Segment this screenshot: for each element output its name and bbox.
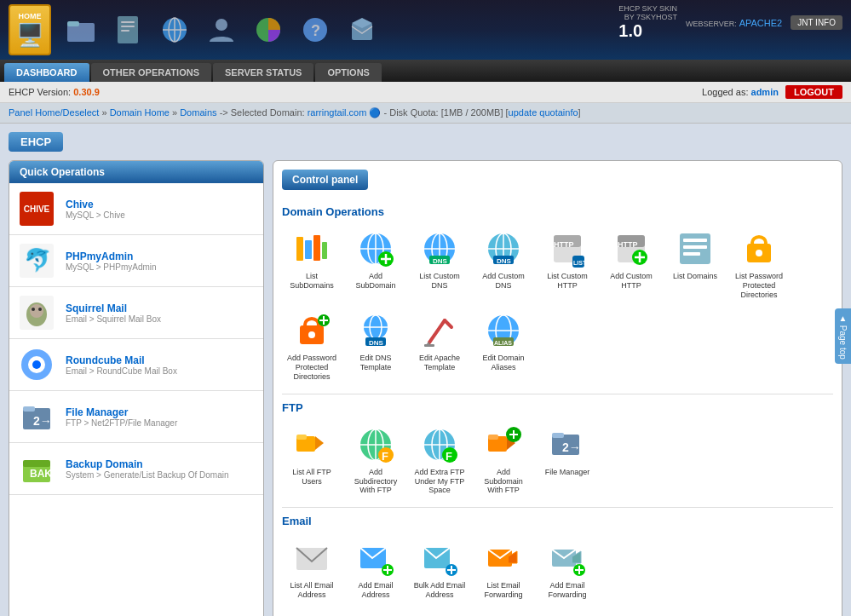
list-domains-label: List Domains	[673, 272, 717, 281]
phpmyadmin-title: PHPmyAdmin	[66, 250, 157, 262]
skin-info: EHCP SKY SKINBY 7SKYHOST 1.0	[618, 4, 677, 41]
jnt-info-button[interactable]: JNT INFO	[791, 15, 842, 30]
svg-point-75	[308, 331, 315, 338]
list-ftp-users-label: List All FTP Users	[285, 468, 338, 486]
backup-icon: BAK	[18, 450, 55, 487]
email-grid: List All Email Address Add Email Address…	[282, 534, 833, 603]
breadcrumb-domain-home[interactable]: Domain Home	[110, 107, 170, 118]
svg-rect-67	[683, 239, 707, 242]
disk-quota: Disk Quota: [1MB / 200MB]	[389, 107, 503, 118]
quick-item-phpmyadmin[interactable]: 🐬 PHPmyAdmin MySQL > PHPmyAdmin	[9, 235, 263, 287]
user-info: Logged as: admin LOGOUT	[702, 85, 842, 99]
svg-rect-3	[121, 21, 135, 23]
add-email-item[interactable]: Add Email Address	[346, 534, 405, 603]
add-subdir-ftp-item[interactable]: F Add Subdirectory With FTP	[346, 421, 405, 498]
svg-text:DNS: DNS	[369, 339, 384, 347]
list-email-forwarding-item[interactable]: List Email Forwarding	[474, 534, 533, 603]
edit-domain-aliases-icon: ALIAS	[483, 310, 524, 351]
selected-domain-label: Selected Domain:	[231, 107, 305, 118]
nav-icon-globe[interactable]	[153, 7, 196, 54]
list-password-dirs-label: List Password Protected Directories	[733, 272, 785, 299]
list-custom-http-label: List Custom HTTP	[541, 272, 594, 291]
phpmyadmin-text: PHPmyAdmin MySQL > PHPmyAdmin	[66, 250, 157, 272]
list-subdomains-item[interactable]: List SubDomains	[282, 225, 342, 302]
quick-item-chive[interactable]: CHIVE Chive MySQL > Chive	[9, 183, 263, 235]
top-right-info: EHCP SKY SKINBY 7SKYHOST 1.0 WEBSERVER: …	[618, 4, 842, 41]
quick-item-backup[interactable]: BAK Backup Domain System > Generate/List…	[9, 443, 263, 495]
list-domains-icon	[675, 228, 716, 269]
tab-server-status[interactable]: SERVER STATUS	[213, 63, 313, 82]
list-domains-item[interactable]: List Domains	[665, 225, 725, 302]
chive-icon: CHIVE	[18, 190, 55, 227]
list-subdomains-icon	[291, 228, 332, 269]
edit-apache-template-icon	[419, 310, 460, 351]
svg-point-24	[32, 360, 41, 369]
add-custom-dns-item[interactable]: DNS Add Custom DNS	[474, 225, 533, 302]
tab-dashboard[interactable]: DASHBOARD	[4, 63, 89, 82]
roundcube-text: Roundcube Mail Email > RoundCube Mail Bo…	[66, 354, 177, 376]
nav-icon-box[interactable]	[341, 7, 383, 54]
add-subdir-ftp-label: Add Subdirectory With FTP	[349, 468, 402, 495]
svg-rect-69	[683, 252, 700, 256]
update-quota-link[interactable]: update quotainfo	[509, 107, 578, 118]
edit-domain-aliases-item[interactable]: ALIAS Edit Domain Aliases	[474, 307, 533, 384]
version-info: EHCP Version: 0.30.9	[9, 87, 100, 97]
tab-other-operations[interactable]: OTHER OPERATIONS	[91, 63, 211, 82]
bulk-add-email-item[interactable]: Bulk Add Email Address	[410, 534, 469, 603]
list-email-item[interactable]: List All Email Address	[282, 534, 342, 603]
breadcrumb-domains[interactable]: Domains	[180, 107, 216, 118]
quick-item-squirrel[interactable]: Squirrel Mail Email > Squirrel Mail Box	[9, 287, 263, 339]
svg-text:ALIAS: ALIAS	[494, 340, 512, 346]
nav-icon-pie[interactable]	[247, 7, 290, 54]
chive-text: Chive MySQL > Chive	[66, 199, 125, 220]
list-email-forwarding-label: List Email Forwarding	[477, 581, 530, 600]
breadcrumb-panel-home[interactable]: Panel Home/Deselect	[9, 107, 99, 118]
list-password-dirs-item[interactable]: List Password Protected Directories	[729, 225, 789, 302]
top-header: HOME 🖥️ ? EHCP SKY	[0, 0, 851, 60]
nav-icon-folder[interactable]	[60, 7, 102, 54]
svg-rect-115	[552, 433, 564, 438]
quick-item-filemanager[interactable]: 2→ File Manager FTP > Net2FTP/File Manag…	[9, 391, 263, 443]
file-manager-cp-label: File Manager	[545, 468, 590, 477]
add-custom-http-label: Add Custom HTTP	[605, 272, 658, 291]
control-panel: Control panel Domain Operations List Sub…	[273, 160, 842, 616]
nav-icon-page[interactable]	[106, 7, 149, 54]
add-subdomain-ftp-icon	[483, 424, 524, 465]
skin-version: 1.0	[618, 21, 642, 40]
add-custom-http-item[interactable]: HTTP Add Custom HTTP	[601, 225, 661, 302]
add-password-dirs-item[interactable]: Add Password Protected Directories	[282, 307, 342, 384]
version-number[interactable]: 0.30.9	[73, 87, 100, 97]
status-bar: EHCP Version: 0.30.9 Logged as: admin LO…	[0, 82, 851, 103]
bulk-add-email-label: Bulk Add Email Address	[413, 581, 466, 600]
list-email-forwarding-icon	[483, 538, 524, 579]
tab-options[interactable]: OPTIONS	[315, 63, 382, 82]
list-custom-dns-item[interactable]: DNS List Custom DNS	[410, 225, 469, 302]
svg-text:2→: 2→	[562, 440, 581, 454]
page-top-button[interactable]: ▲ Page top	[835, 308, 851, 365]
list-custom-http-item[interactable]: HTTPLIST List Custom HTTP	[538, 225, 597, 302]
section-ftp: FTP	[282, 401, 833, 414]
ehcp-version-label: EHCP Version:	[9, 87, 71, 97]
add-extra-ftp-item[interactable]: F Add Extra FTP Under My FTP Space	[410, 421, 469, 498]
svg-text:LIST: LIST	[573, 260, 586, 266]
svg-rect-29	[23, 460, 50, 467]
add-subdomain-item[interactable]: Add SubDomain	[346, 225, 405, 302]
add-subdomain-ftp-item[interactable]: Add Subdomain With FTP	[474, 421, 533, 498]
file-manager-item[interactable]: 2→ File Manager	[538, 421, 597, 498]
filemanager-icon: 2→	[18, 398, 55, 435]
nav-icon-help[interactable]: ?	[294, 7, 336, 54]
home-button[interactable]: HOME 🖥️	[9, 4, 51, 55]
quick-item-roundcube[interactable]: Roundcube Mail Email > RoundCube Mail Bo…	[9, 339, 263, 391]
add-custom-http-icon: HTTP	[611, 228, 652, 269]
list-ftp-users-item[interactable]: List All FTP Users	[282, 421, 342, 498]
edit-dns-template-item[interactable]: DNS Edit DNS Template	[346, 307, 405, 384]
logout-button[interactable]: LOGOUT	[785, 85, 842, 99]
nav-icon-person[interactable]	[200, 7, 243, 54]
selected-domain-link[interactable]: rarringtail.com	[308, 107, 367, 118]
edit-apache-template-item[interactable]: Edit Apache Template	[410, 307, 469, 384]
svg-text:DNS: DNS	[433, 257, 448, 265]
add-email-forwarding-item[interactable]: Add Email Forwarding	[538, 534, 597, 603]
control-panel-header: Control panel	[282, 170, 368, 190]
svg-text:HTTP: HTTP	[618, 240, 638, 249]
filemanager-text: File Manager FTP > Net2FTP/File Manager	[66, 406, 177, 428]
